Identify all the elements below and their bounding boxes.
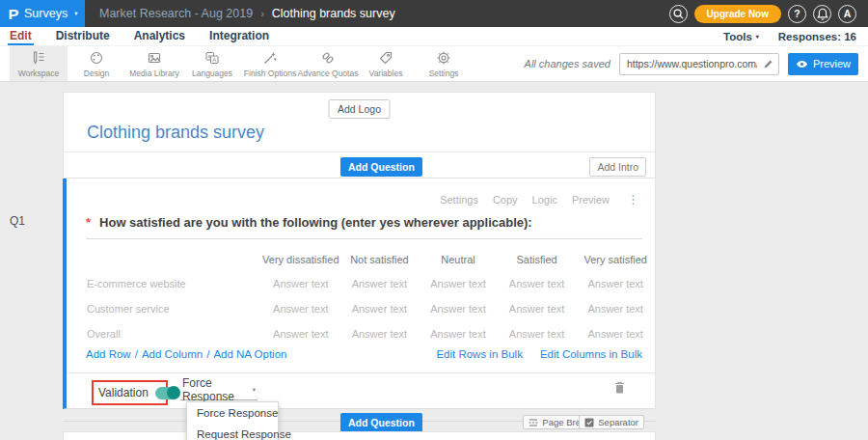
surveys-menu-label: Surveys	[24, 7, 68, 20]
tab-integration[interactable]: Integration	[207, 27, 271, 45]
matrix-answer-cell[interactable]: Answer text	[340, 271, 420, 296]
add-na-option-link[interactable]: Add NA Option	[213, 348, 286, 360]
bell-icon	[817, 8, 828, 20]
tab-edit[interactable]: Edit	[8, 27, 34, 45]
matrix-answer-cell[interactable]: Answer text	[498, 321, 577, 346]
toolbar-item-workspace[interactable]: Workspace	[10, 46, 68, 81]
toolbar-item-settings[interactable]: Settings	[415, 46, 473, 81]
preview-button[interactable]: Preview	[788, 53, 858, 75]
matrix-column-header[interactable]: Neutral	[419, 248, 498, 271]
media-library-icon	[147, 50, 162, 66]
matrix-answer-cell[interactable]: Answer text	[576, 321, 655, 346]
toolbar-item-label: Design	[84, 69, 109, 78]
breadcrumb-separator-icon: ›	[260, 8, 264, 19]
edit-columns-in-bulk-link[interactable]: Edit Columns in Bulk	[540, 348, 642, 360]
upgrade-now-button[interactable]: Upgrade Now	[694, 5, 781, 23]
toolbar-item-finish-options[interactable]: Finish Options	[241, 46, 299, 81]
question-settings-link[interactable]: Settings	[440, 194, 478, 206]
toolbar-item-advance-quotas[interactable]: Advance Quotas	[299, 46, 357, 81]
toolbar-item-label: Variables	[369, 69, 403, 78]
matrix-column-header[interactable]: Very dissatisfied	[261, 248, 340, 271]
question-number-label: Q1	[10, 214, 25, 228]
add-question-button-top[interactable]: Add Question	[340, 157, 422, 177]
breadcrumb: Market Research - Aug 2019 › Clothing br…	[99, 7, 395, 20]
validation-type-menu: Force Response Request Response	[186, 401, 279, 440]
toolbar-item-languages[interactable]: a A Languages	[183, 46, 241, 81]
finish-options-icon	[262, 50, 278, 66]
chevron-down-icon: ▾	[253, 386, 256, 394]
add-column-link[interactable]: Add Column	[142, 348, 203, 360]
edit-pencil-icon[interactable]	[763, 59, 773, 69]
account-button[interactable]: A	[838, 5, 856, 23]
survey-url-input[interactable]	[625, 57, 759, 70]
separator-button[interactable]: Separator	[579, 415, 644, 429]
toolbar-item-variables[interactable]: Variables	[357, 46, 415, 81]
survey-title[interactable]: Clothing brands survey	[87, 123, 264, 143]
toolbar-item-media-library[interactable]: Media Library	[125, 46, 183, 81]
tools-menu[interactable]: Tools ▾	[723, 31, 759, 42]
matrix-answer-cell[interactable]: Answer text	[261, 296, 340, 321]
more-options-icon[interactable]: ⋮	[627, 195, 639, 205]
matrix-answer-cell[interactable]: Answer text	[340, 296, 420, 321]
question-mark-icon: ?	[794, 8, 800, 19]
add-row-link[interactable]: Add Row	[86, 348, 131, 360]
tab-analytics[interactable]: Analytics	[132, 27, 187, 45]
toolbar-item-design[interactable]: Design	[68, 46, 125, 81]
question-copy-link[interactable]: Copy	[493, 194, 518, 206]
chevron-down-icon: ▾	[756, 33, 759, 40]
question-actions: Settings Copy Logic Preview ⋮	[440, 194, 639, 206]
menu-item-request-response[interactable]: Request Response	[187, 424, 278, 440]
separator-label: Separator	[598, 417, 638, 427]
survey-url-field[interactable]	[619, 53, 779, 75]
link-separator: /	[206, 348, 209, 360]
required-asterisk: *	[86, 215, 91, 231]
surveys-menu[interactable]: P Surveys ▾	[0, 0, 85, 27]
matrix-answer-cell[interactable]: Answer text	[576, 296, 655, 321]
matrix-row: OverallAnswer textAnswer textAnswer text…	[86, 321, 655, 346]
matrix-answer-cell[interactable]: Answer text	[498, 296, 577, 321]
matrix-answer-cell[interactable]: Answer text	[340, 321, 420, 346]
next-question-card-edge	[63, 431, 656, 440]
question-preview-link[interactable]: Preview	[572, 194, 610, 206]
breadcrumb-folder[interactable]: Market Research - Aug 2019	[99, 7, 253, 20]
matrix-row-label[interactable]: Overall	[86, 321, 261, 346]
trash-icon	[613, 380, 626, 395]
nav-bar: Edit Distribute Analytics Integration To…	[0, 27, 868, 46]
help-button[interactable]: ?	[788, 5, 806, 23]
add-question-button-bottom[interactable]: Add Question	[340, 413, 422, 432]
validation-highlight-box: Validation	[92, 380, 168, 405]
question-logic-link[interactable]: Logic	[532, 194, 557, 206]
validation-toggle[interactable]	[155, 387, 179, 399]
menu-item-force-response[interactable]: Force Response	[187, 402, 278, 424]
page-break-icon	[529, 418, 538, 427]
matrix-column-header[interactable]: Satisfied	[498, 248, 577, 271]
notifications-button[interactable]	[813, 5, 831, 23]
matrix-row-label[interactable]: Customer service	[86, 296, 261, 321]
toolbar-item-label: Media Library	[129, 69, 179, 78]
link-separator: /	[135, 348, 138, 360]
matrix-answer-cell[interactable]: Answer text	[419, 321, 498, 346]
add-intro-button[interactable]: Add Intro	[589, 157, 646, 177]
top-bar: P Surveys ▾ Market Research - Aug 2019 ›…	[0, 0, 868, 27]
add-logo-button[interactable]: Add Logo	[328, 99, 391, 119]
validation-row: Validation Force Response ▾	[67, 372, 655, 408]
delete-question-button[interactable]	[613, 380, 626, 399]
matrix-column-header[interactable]: Not satisfied	[340, 248, 420, 271]
matrix-answer-cell[interactable]: Answer text	[261, 271, 340, 296]
question-text[interactable]: How satisfied are you with the following…	[99, 215, 532, 231]
matrix-answer-cell[interactable]: Answer text	[576, 271, 655, 296]
matrix-column-header[interactable]: Very satisfied	[576, 248, 655, 271]
matrix-row-label[interactable]: E-commerce website	[86, 271, 261, 296]
matrix-answer-cell[interactable]: Answer text	[498, 271, 577, 296]
matrix-answer-cell[interactable]: Answer text	[419, 271, 498, 296]
validation-type-select[interactable]: Force Response ▾	[180, 379, 258, 400]
matrix-table: Very dissatisfiedNot satisfiedNeutralSat…	[86, 248, 655, 346]
nav-right: Tools ▾ Responses: 16	[723, 27, 868, 45]
edit-rows-in-bulk-link[interactable]: Edit Rows in Bulk	[436, 348, 522, 360]
tab-distribute[interactable]: Distribute	[54, 27, 112, 45]
matrix-answer-cell[interactable]: Answer text	[261, 321, 340, 346]
search-button[interactable]	[669, 5, 688, 23]
responses-count[interactable]: Responses: 16	[778, 31, 856, 42]
matrix-answer-cell[interactable]: Answer text	[419, 296, 498, 321]
languages-icon: a A	[204, 50, 220, 66]
